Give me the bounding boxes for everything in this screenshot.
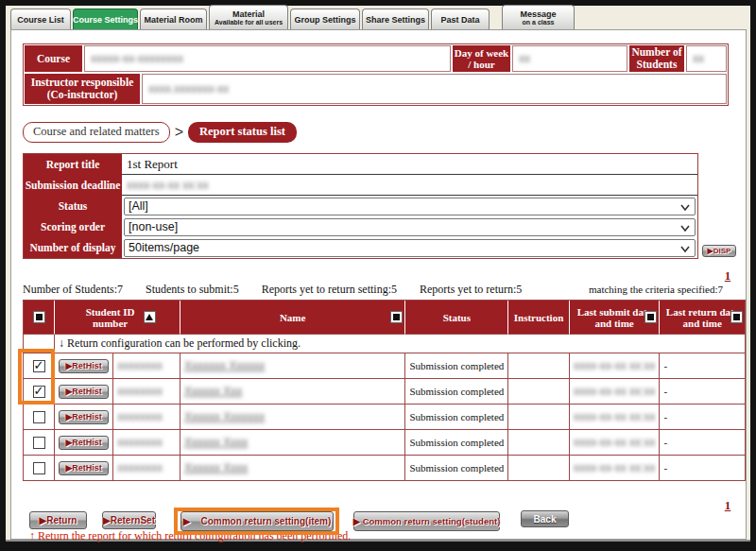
summary-line: Number of Students:7Students to submit:5… xyxy=(23,283,736,297)
status-cell: Submission completed xyxy=(405,405,508,430)
report-status-table: Student ID number Name Status Instructio… xyxy=(23,300,746,481)
breadcrumb-report-status-list: Report status list xyxy=(188,122,297,143)
page-background: Course ListCourse SettingsMaterial RoomM… xyxy=(6,6,750,542)
back-button[interactable]: Back xyxy=(521,510,569,527)
header-last-submit: Last submit date and time xyxy=(570,301,661,335)
tab-label: Material xyxy=(232,9,265,19)
sort-student-id-icon[interactable] xyxy=(144,311,156,323)
summary-item: Reports yet to return:5 xyxy=(420,283,522,296)
table-row: ▶RetHistxxxxxxxxXxxxxx XxxxSubmission co… xyxy=(24,456,746,481)
tab-group-settings[interactable]: Group Settings xyxy=(290,9,360,29)
rethist-button[interactable]: ▶RetHist xyxy=(59,461,109,475)
reternset-button[interactable]: ▶ReternSet xyxy=(102,511,156,529)
student-name-link[interactable]: Xxxxxx Xxx xyxy=(184,385,242,398)
filter-table: Report title Submission deadline Status … xyxy=(23,153,698,259)
summary-item: Number of Students:7 xyxy=(23,283,123,296)
breadcrumb-course-matters[interactable]: Course and related matters xyxy=(23,122,170,143)
last-return-cell: - xyxy=(660,353,746,379)
sort-last-submit-icon[interactable] xyxy=(644,311,657,323)
checkbox-highlight-box xyxy=(18,349,55,405)
tab-message[interactable]: Messageon a class xyxy=(502,5,575,29)
last-return-cell: - xyxy=(660,430,746,456)
common-return-setting-student-button[interactable]: ▶ Common return setting(student) xyxy=(353,511,500,531)
table-row: ▶RetHistxxxxxxxxXxxxxx XxxxxxxSubmission… xyxy=(24,405,746,430)
tab-label: Message xyxy=(520,9,556,19)
status-cell: Submission completed xyxy=(405,353,508,379)
submission-deadline-label: Submission deadline xyxy=(24,175,122,196)
status-cell: Submission completed xyxy=(405,430,508,456)
content-panel: Course xxxxx-xx-xxxxxxxx Day of week / h… xyxy=(10,29,747,540)
student-id-redacted: xxxxxxxx xyxy=(117,385,163,398)
summary-item: Students to submit:5 xyxy=(146,283,239,296)
chevron-down-icon xyxy=(680,223,690,232)
disp-button[interactable]: ▶DISP xyxy=(702,245,736,257)
header-student-id: Student ID number xyxy=(55,301,180,335)
student-id-redacted: xxxxxxxx xyxy=(117,461,163,474)
tab-material-room[interactable]: Material Room xyxy=(140,9,207,29)
tab-bar: Course ListCourse SettingsMaterial RoomM… xyxy=(10,6,576,29)
chevron-down-icon xyxy=(680,202,690,212)
return-button[interactable]: ▶Return xyxy=(29,511,87,529)
scoring-order-select[interactable]: [non-use] xyxy=(124,218,696,236)
student-name-link[interactable]: Xxxxxx Xxxx xyxy=(184,436,248,449)
student-id-redacted: xxxxxxxx xyxy=(117,410,163,423)
number-of-display-label: Number of display xyxy=(24,237,122,258)
status-select[interactable]: [All] xyxy=(124,198,696,215)
breadcrumb-separator: > xyxy=(175,124,183,141)
table-row: ▶RetHistxxxxxxxxXxxxxx XxxSubmission com… xyxy=(24,379,746,405)
tab-label: Past Data xyxy=(440,15,479,25)
last-return-cell: - xyxy=(660,405,746,430)
page-number-bottom[interactable]: 1 xyxy=(713,498,742,513)
breadcrumb: Course and related matters > Report stat… xyxy=(23,122,297,142)
instruction-cell xyxy=(508,379,569,405)
tab-sublabel: Available for all users xyxy=(215,19,283,26)
status-cell: Submission completed xyxy=(405,379,508,405)
tab-label: Course List xyxy=(17,15,64,25)
row-checkbox[interactable] xyxy=(33,437,45,449)
instructor-value: xxxx.xxxxxxx-xx xyxy=(142,74,727,104)
student-name-link[interactable]: Xxxxxxx Xxxxxx xyxy=(184,359,265,372)
chevron-down-icon xyxy=(680,244,690,253)
tab-label: Material Room xyxy=(144,15,202,25)
number-of-students-label: Number of Students xyxy=(629,45,684,72)
instruction-cell xyxy=(508,353,569,379)
row-checkbox[interactable] xyxy=(33,411,45,423)
tab-course-settings[interactable]: Course Settings xyxy=(73,9,138,29)
tab-material[interactable]: MaterialAvailable for all users xyxy=(209,5,288,29)
rethist-button[interactable]: ▶RetHist xyxy=(59,410,109,424)
last-submit-redacted: xxxx-xx-xx xx:xx xyxy=(574,385,656,398)
last-submit-redacted: xxxx-xx-xx xx:xx xyxy=(574,410,656,423)
rethist-button[interactable]: ▶RetHist xyxy=(59,385,109,399)
instruction-cell xyxy=(508,405,569,430)
student-name-link[interactable]: Xxxxxx Xxxx xyxy=(184,461,248,474)
page-number-top[interactable]: 1 xyxy=(713,268,742,284)
scoring-order-label: Scoring order xyxy=(24,216,122,237)
header-instruction: Instruction xyxy=(508,301,569,335)
tab-past-data[interactable]: Past Data xyxy=(431,9,490,29)
day-of-week-value: xx xyxy=(512,45,627,72)
sort-name-icon[interactable] xyxy=(390,311,403,323)
table-row: ▶RetHistxxxxxxxxXxxxxx XxxxSubmission co… xyxy=(24,430,746,456)
instruction-cell xyxy=(508,430,569,456)
header-last-return: Last return date and time xyxy=(660,301,746,335)
table-row: ▶RetHistxxxxxxxxXxxxxxx XxxxxxSubmission… xyxy=(24,353,746,379)
tab-course-list[interactable]: Course List xyxy=(10,9,71,29)
course-value: xxxxx-xx-xxxxxxxx xyxy=(84,45,451,72)
header-name: Name xyxy=(180,301,405,335)
rethist-button[interactable]: ▶RetHist xyxy=(59,436,109,450)
sort-last-return-icon[interactable] xyxy=(730,311,743,323)
rethist-button[interactable]: ▶RetHist xyxy=(59,359,109,373)
instruction-cell xyxy=(508,456,569,481)
last-return-cell: - xyxy=(660,379,746,405)
tab-share-settings[interactable]: Share Settings xyxy=(362,9,429,29)
row-checkbox[interactable] xyxy=(33,462,45,474)
student-id-redacted: xxxxxxxx xyxy=(117,359,163,372)
tab-label: Share Settings xyxy=(366,15,425,25)
header-status: Status xyxy=(405,301,508,335)
student-name-link[interactable]: Xxxxxx Xxxxxxx xyxy=(184,410,265,423)
number-of-display-select[interactable]: 50items/page xyxy=(124,239,696,257)
summary-item: Reports yet to return setting:5 xyxy=(262,283,397,296)
matching-criteria: matching the criteria specified:7 xyxy=(589,284,723,295)
select-all-checkbox[interactable] xyxy=(24,301,55,335)
day-of-week-label: Day of week / hour xyxy=(453,45,510,72)
